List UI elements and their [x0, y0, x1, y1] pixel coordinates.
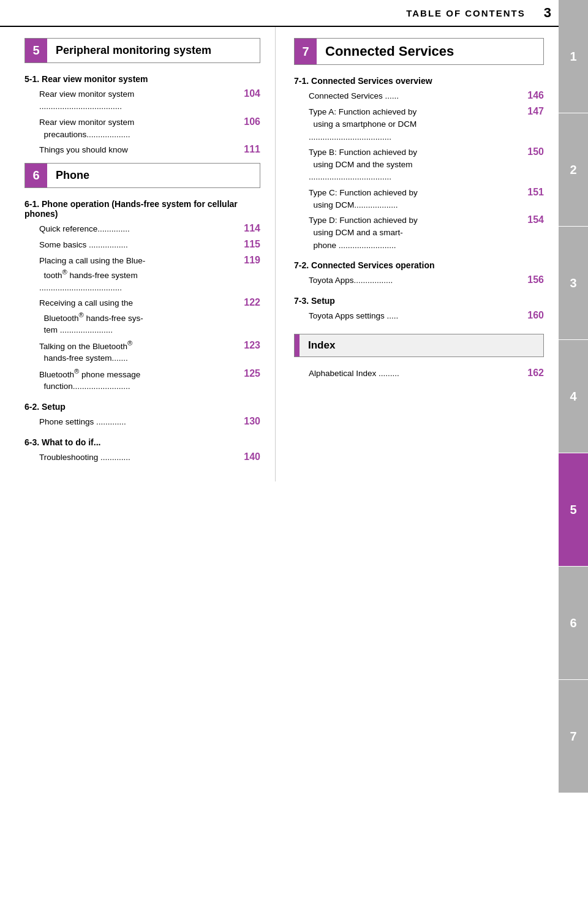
toc-entry-6-1-2: Some basics ................. 115 — [39, 237, 260, 252]
section6-header: 6 Phone — [24, 163, 260, 188]
section5-number: 5 — [25, 39, 47, 62]
subsection7-3: 7-3. Setup Toyota Apps settings ..... 16… — [294, 296, 544, 323]
toc-entry-6-3-1: Troubleshooting ............. 140 — [39, 450, 260, 464]
subsection6-3-title: 6-3. What to do if... — [24, 437, 260, 447]
subsection6-1-title: 6-1. Phone operation (Hands-free system … — [24, 199, 260, 219]
toc-entry-7-1-2: Type A: Function achieved by using a sma… — [309, 104, 544, 143]
side-tab-5[interactable]: 5 — [559, 453, 588, 567]
subsection6-3: 6-3. What to do if... Troubleshooting ..… — [24, 437, 260, 464]
section7-title: Connected Services — [317, 39, 462, 64]
subsection6-2-title: 6-2. Setup — [24, 402, 260, 412]
subsection7-1-title: 7-1. Connected Services overview — [294, 76, 544, 86]
subsection7-2: 7-2. Connected Services operation Toyota… — [294, 260, 544, 287]
toc-entry-7-1-1: Connected Services ...... 146 — [309, 88, 544, 103]
subsection5-1: 5-1. Rear view monitor system Rear view … — [24, 74, 260, 157]
side-tab-3[interactable]: 3 — [559, 227, 588, 340]
header-title: TABLE OF CONTENTS — [406, 8, 526, 18]
toc-entry-5-1-3: Things you should know 111 — [39, 142, 260, 157]
toc-entry-6-1-3: Placing a call using the Blue- tooth® ha… — [39, 253, 260, 294]
toc-entry-6-1-5: Talking on the Bluetooth® hands-free sys… — [39, 338, 260, 365]
toc-entry-6-2-1: Phone settings ............. 130 — [39, 414, 260, 429]
toc-entry-7-3-1: Toyota Apps settings ..... 160 — [309, 308, 544, 323]
section7-header: 7 Connected Services — [294, 38, 544, 65]
toc-entry-7-1-4: Type C: Function achieved by using DCM..… — [309, 185, 544, 212]
toc-entry-7-1-3: Type B: Function achieved by using DCM a… — [309, 145, 544, 184]
side-tab-1[interactable]: 1 — [559, 0, 588, 113]
header-page-number: 3 — [544, 5, 551, 21]
page-header: TABLE OF CONTENTS 3 — [0, 0, 588, 27]
section5-header: 5 Peripheral monitoring system — [24, 38, 260, 63]
toc-entry-6-1-1: Quick reference.............. 114 — [39, 221, 260, 236]
side-tab-2[interactable]: 2 — [559, 113, 588, 227]
subsection6-1: 6-1. Phone operation (Hands-free system … — [24, 199, 260, 393]
index-header: Index — [294, 334, 544, 357]
toc-entry-6-1-6: Bluetooth® phone message function.......… — [39, 366, 260, 393]
section6-title: Phone — [47, 164, 98, 187]
toc-entry-7-1-5: Type D: Function achieved by using DCM a… — [309, 213, 544, 252]
subsection7-3-title: 7-3. Setup — [294, 296, 544, 306]
toc-entry-6-1-4: Receiving a call using the Bluetooth® ha… — [39, 295, 260, 336]
subsection6-2: 6-2. Setup Phone settings ............. … — [24, 402, 260, 429]
subsection7-1: 7-1. Connected Services overview Connect… — [294, 76, 544, 252]
side-tab-7[interactable]: 7 — [559, 680, 588, 793]
toc-entry-index-1: Alphabetical Index ......... 162 — [309, 366, 544, 380]
subsection7-2-title: 7-2. Connected Services operation — [294, 260, 544, 270]
index-title: Index — [300, 334, 344, 356]
right-column: 7 Connected Services 7-1. Connected Serv… — [276, 27, 559, 481]
toc-entry-5-1-2: Rear view monitor system precautions....… — [39, 115, 260, 141]
toc-entry-5-1-1: Rear view monitor system................… — [39, 86, 260, 113]
toc-entry-7-2-1: Toyota Apps................. 156 — [309, 273, 544, 287]
section5-title: Peripheral monitoring system — [47, 39, 220, 62]
index-bar — [295, 334, 300, 356]
subsection5-1-title: 5-1. Rear view monitor system — [24, 74, 260, 84]
section6-number: 6 — [25, 164, 47, 187]
left-column: 5 Peripheral monitoring system 5-1. Rear… — [0, 27, 276, 481]
side-tabs: 1 2 3 4 5 6 7 — [559, 0, 588, 909]
main-content: 5 Peripheral monitoring system 5-1. Rear… — [0, 27, 559, 481]
side-tab-6[interactable]: 6 — [559, 567, 588, 680]
side-tab-4[interactable]: 4 — [559, 340, 588, 453]
section7-number: 7 — [295, 39, 317, 64]
